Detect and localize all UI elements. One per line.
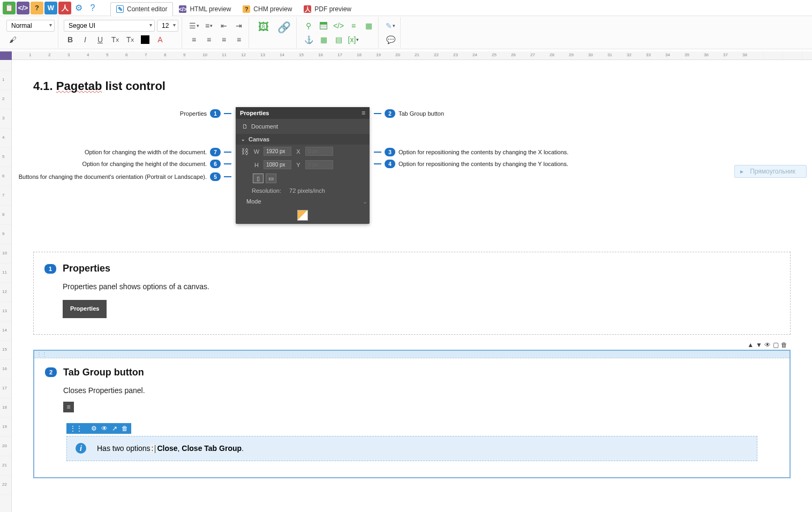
x-input[interactable] xyxy=(305,147,333,156)
superscript-icon[interactable]: Tx xyxy=(124,34,137,46)
table-icon[interactable]: ▦ xyxy=(317,34,330,46)
tab-pdf-preview[interactable]: 人 PDF preview xyxy=(298,2,357,16)
tab-content-editor[interactable]: ✎ Content editor xyxy=(110,2,173,16)
visibility-icon[interactable]: 👁 xyxy=(764,341,771,349)
number-list-icon[interactable]: ≡▾ xyxy=(202,20,215,32)
highlighter-icon[interactable]: ✎▾ xyxy=(384,20,397,32)
document-icon: 🗋 xyxy=(242,123,248,130)
expand-icon[interactable]: ▢ xyxy=(773,341,779,349)
tab-chm-preview[interactable]: ? CHM preview xyxy=(237,2,298,16)
info-note[interactable]: i Has two options: Close, Close Tab Grou… xyxy=(66,436,757,461)
gear-icon[interactable]: ⚙ xyxy=(91,425,97,432)
grip-icon[interactable]: ⋮⋮ xyxy=(70,425,82,432)
callout-x: 3 Option for repositioning the contents … xyxy=(374,148,568,156)
section-tabgroup-selected[interactable]: ▲ ▼ 👁 ▢ 🗑 ⋮⋮ 2 Tab Group button Closes P… xyxy=(33,350,791,478)
variable-icon[interactable]: [x]▾ xyxy=(347,34,360,46)
info-icon: i xyxy=(76,443,86,454)
callout-y: 4 Option for repositioning the contents … xyxy=(374,160,568,168)
align-left-icon[interactable]: ≡ xyxy=(187,34,200,46)
tab-html-preview[interactable]: </> HTML preview xyxy=(173,2,237,16)
callout-orientation: Buttons for changing the document's orie… xyxy=(19,172,231,181)
height-input[interactable] xyxy=(264,160,291,169)
word-icon[interactable]: W xyxy=(44,2,57,14)
grid-icon[interactable]: ▤ xyxy=(332,34,345,46)
eye-icon[interactable]: 👁 xyxy=(101,425,108,432)
section-title: Tab Group button xyxy=(63,367,144,378)
badge-5: 5 xyxy=(210,172,221,181)
chevron-down-icon: ⌄ xyxy=(241,137,245,142)
hamburger-icon[interactable]: ≡ xyxy=(362,109,365,117)
hamburger-icon: ≡ xyxy=(63,402,74,412)
anchor-icon[interactable]: ⚓ xyxy=(302,34,315,46)
callout-tabgroup: 2 Tab Group button xyxy=(374,109,444,118)
badge-1: 1 xyxy=(210,109,221,118)
link-icon[interactable]: ↗ xyxy=(112,425,117,432)
font-combo[interactable]: Segoe UI xyxy=(64,20,155,32)
bold-icon[interactable]: B xyxy=(64,34,77,46)
gear-icon[interactable]: ⚙ xyxy=(72,1,86,15)
quick-toolbar: 📋 </> ? W 人 ⚙ ? ✎ Content editor </> HTM… xyxy=(0,0,812,16)
callout-properties: Properties 1 xyxy=(180,109,231,118)
underline-icon[interactable]: U xyxy=(94,34,107,46)
section-properties: 1 Properties Properties panel shows opti… xyxy=(33,252,791,335)
hr-icon[interactable]: ≡ xyxy=(347,20,360,32)
align-right-icon[interactable]: ≡ xyxy=(217,34,230,46)
insert-link-icon[interactable]: 🔗 xyxy=(275,18,293,36)
code-insert-icon[interactable]: </> xyxy=(332,20,345,32)
insert-image-icon[interactable]: 🖼 xyxy=(254,18,273,36)
style-combo[interactable]: Normal xyxy=(6,20,55,32)
trash-icon[interactable]: 🗑 xyxy=(781,341,787,349)
orientation-buttons: ▯ ▭ xyxy=(253,174,276,183)
pencil-icon: ✎ xyxy=(116,5,124,13)
move-up-icon[interactable]: ▲ xyxy=(747,341,754,349)
panel-document-row: 🗋 Document xyxy=(236,119,370,134)
badge-1: 1 xyxy=(44,264,56,274)
subscript-icon[interactable]: Tx xyxy=(109,34,122,46)
format-painter-icon[interactable]: 🖌 xyxy=(6,34,19,46)
annotated-figure: Properties 1 Option for changing the wid… xyxy=(33,107,791,236)
bullet-list-icon[interactable]: ☰▾ xyxy=(187,20,200,32)
portrait-button[interactable]: ▯ xyxy=(253,174,264,183)
panel-canvas-section[interactable]: ⌄ Canvas xyxy=(236,134,370,145)
bg-color-swatch[interactable] xyxy=(139,34,152,46)
text-caret xyxy=(155,445,155,453)
size-combo[interactable]: 12 xyxy=(157,20,178,32)
code-icon[interactable]: </> xyxy=(17,2,29,14)
clipboard-icon[interactable]: 📋 xyxy=(3,2,16,14)
size-combo-value: 12 xyxy=(162,22,169,29)
properties-chip: Properties xyxy=(63,300,107,318)
chevron-down-icon[interactable]: ⌄ xyxy=(363,198,367,205)
box-icon[interactable]: ▦ xyxy=(362,20,375,32)
editor-canvas[interactable]: 4.1. Pagetab list control Properties 1 O… xyxy=(12,60,812,512)
italic-icon[interactable]: I xyxy=(79,34,92,46)
move-down-icon[interactable]: ▼ xyxy=(756,341,762,349)
landscape-button[interactable]: ▭ xyxy=(266,174,276,183)
indent-icon[interactable]: ⇥ xyxy=(232,20,245,32)
pdf-icon[interactable]: 人 xyxy=(58,2,71,14)
width-input[interactable] xyxy=(264,147,291,156)
video-icon[interactable] xyxy=(317,20,330,32)
grip-icon[interactable]: ⋮⋮ xyxy=(34,351,47,357)
ghost-rectangle-button[interactable]: Прямоугольник xyxy=(734,165,807,178)
font-color-icon[interactable]: A xyxy=(154,34,167,46)
page-title: 4.1. Pagetab list control xyxy=(33,79,791,93)
view-tabs: ✎ Content editor </> HTML preview ? CHM … xyxy=(110,0,357,16)
callout-height: Option for changing the height of the do… xyxy=(82,160,231,168)
question-icon[interactable]: ? xyxy=(86,1,100,15)
properties-panel: Properties ≡ 🗋 Document ⌄ Canvas ⛓ W X ⛓… xyxy=(236,107,370,224)
align-justify-icon[interactable]: ≡ xyxy=(232,34,245,46)
panel-title: Properties xyxy=(240,110,269,116)
y-input[interactable] xyxy=(305,160,333,169)
horizontal-ruler: 1234567891011121314151617181920212223242… xyxy=(12,51,812,60)
align-center-icon[interactable]: ≡ xyxy=(202,34,215,46)
comment-icon[interactable]: 💬 xyxy=(384,34,397,46)
link-icon[interactable]: ⛓ xyxy=(241,147,249,156)
outdent-icon[interactable]: ⇤ xyxy=(217,20,230,32)
style-combo-value: Normal xyxy=(11,22,32,29)
vertical-ruler: 12345678910111213141516171819202122 xyxy=(0,51,12,512)
badge-7: 7 xyxy=(210,148,221,156)
trash-icon[interactable]: 🗑 xyxy=(122,425,128,432)
help-topic-icon[interactable]: ? xyxy=(31,2,43,14)
tab-label: HTML preview xyxy=(190,5,231,13)
attach-icon[interactable]: ⚲ xyxy=(302,20,315,32)
